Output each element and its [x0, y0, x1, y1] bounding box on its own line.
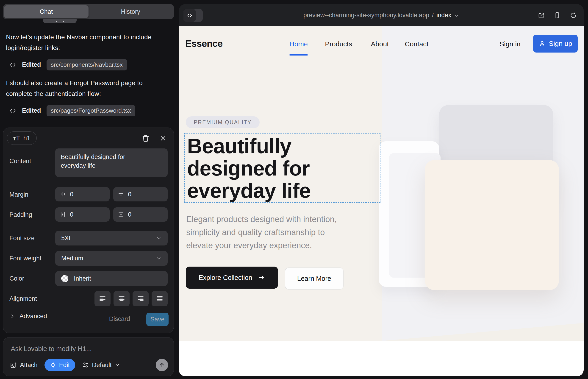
nav-link-home[interactable]: Home: [289, 40, 308, 48]
sign-in-link[interactable]: Sign in: [499, 40, 521, 48]
margin-vertical-icon: [118, 191, 124, 197]
sign-up-button[interactable]: Sign up: [533, 35, 578, 52]
align-left-button[interactable]: [94, 291, 110, 306]
composer-toolbar: Attach Edit Default: [10, 359, 168, 371]
preview-header: preview--charming-site-symphony.lovable.…: [179, 4, 584, 26]
content-textarea[interactable]: Beautifully designed for everyday life: [55, 148, 168, 177]
advanced-toggle[interactable]: Advanced: [9, 313, 47, 320]
arrow-up-icon: [159, 362, 165, 368]
margin-y-input[interactable]: 0: [113, 187, 168, 201]
decor-peach-card: [425, 160, 559, 290]
code-icon: [9, 61, 16, 69]
chat-history-tabs: Chat History: [3, 4, 174, 19]
chevron-down-icon: [115, 362, 120, 368]
nav-link-about[interactable]: About: [371, 40, 389, 48]
alignment-group: [94, 291, 168, 306]
padding-horizontal-icon: [60, 211, 66, 218]
font-weight-label: Font weight: [9, 255, 42, 262]
element-tag: h1: [23, 134, 31, 142]
align-right-button[interactable]: [133, 291, 149, 306]
lovable-app-window: Chat History Now let's update the Navbar…: [0, 0, 588, 379]
edit-mode-button[interactable]: Edit: [45, 359, 76, 371]
rendered-site: Essence Home Products About Contact Sign…: [179, 26, 584, 376]
edited-label: Edited: [22, 107, 41, 114]
close-editor-button[interactable]: [158, 134, 168, 143]
sliders-icon: [82, 362, 89, 368]
chat-message: I should also create a Forgot Password p…: [6, 78, 155, 99]
user-icon: [539, 40, 546, 47]
tab-history[interactable]: History: [89, 5, 173, 18]
nav-link-products[interactable]: Products: [325, 40, 352, 48]
delete-element-button[interactable]: [141, 134, 150, 143]
padding-x-input[interactable]: 0: [55, 207, 110, 222]
chat-composer[interactable]: Ask Lovable to modify H1... Attach Edit: [3, 337, 174, 376]
edited-file-row: Edited src/components/Navbar.tsx: [9, 59, 127, 70]
margin-horizontal-icon: [60, 191, 66, 197]
preview-actions: [538, 4, 577, 26]
nav-link-contact[interactable]: Contact: [405, 40, 428, 48]
text-type-icon: TT: [13, 134, 20, 142]
chevron-down-icon: [156, 235, 162, 241]
discard-button[interactable]: Discard: [109, 316, 130, 323]
font-weight-select[interactable]: Medium: [55, 251, 168, 266]
code-icon: [9, 107, 16, 114]
padding-vertical-icon: [118, 211, 124, 218]
h1-selection-outline[interactable]: [184, 133, 380, 203]
mobile-view-button[interactable]: [554, 12, 561, 19]
open-external-button[interactable]: [538, 12, 545, 19]
refresh-button[interactable]: [570, 12, 577, 19]
edited-file-row: Edited src/pages/ForgotPassword.tsx: [9, 105, 135, 116]
scrolled-chip-partial: [43, 19, 77, 23]
file-chip[interactable]: src/pages/ForgotPassword.tsx: [46, 105, 136, 116]
edited-label: Edited: [22, 61, 41, 68]
file-chip[interactable]: src/components/Navbar.tsx: [46, 59, 127, 70]
target-icon: [50, 362, 56, 368]
alignment-label: Alignment: [9, 295, 37, 302]
explore-collection-button[interactable]: Explore Collection: [186, 267, 278, 289]
margin-label: Margin: [9, 191, 29, 198]
align-justify-button[interactable]: [152, 291, 168, 306]
arrow-right-icon: [258, 274, 265, 281]
mode-selector[interactable]: Default: [82, 362, 120, 369]
hero-description: Elegant products designed with intention…: [186, 213, 354, 252]
attach-image-icon: [10, 362, 17, 368]
preview-url-bar[interactable]: preview--charming-site-symphony.lovable.…: [179, 4, 584, 26]
color-label: Color: [9, 275, 24, 282]
composer-placeholder: Ask Lovable to modify H1...: [11, 345, 92, 353]
preview-panel: preview--charming-site-symphony.lovable.…: [179, 4, 584, 376]
save-button[interactable]: Save: [146, 313, 169, 326]
tab-chat[interactable]: Chat: [4, 5, 89, 18]
chat-sidebar: Chat History Now let's update the Navbar…: [0, 0, 178, 379]
padding-y-input[interactable]: 0: [113, 207, 168, 222]
preview-page: index: [436, 12, 451, 19]
transparent-swatch: [61, 275, 68, 282]
element-editor-panel: TT h1 Content Beautifully designed for e…: [3, 127, 174, 333]
padding-label: Padding: [9, 211, 32, 218]
chevron-right-icon: [9, 313, 15, 319]
color-select[interactable]: Inherit: [55, 271, 168, 286]
send-button[interactable]: [156, 359, 168, 371]
attach-button[interactable]: Attach: [10, 362, 38, 369]
font-size-select[interactable]: 5XL: [55, 231, 168, 245]
premium-quality-badge: PREMIUM QUALITY: [186, 116, 260, 128]
content-label: Content: [9, 158, 31, 165]
font-size-label: Font size: [9, 235, 35, 242]
learn-more-button[interactable]: Learn More: [285, 268, 343, 289]
chat-message: Now let's update the Navbar component to…: [6, 32, 155, 53]
preview-url: preview--charming-site-symphony.lovable.…: [303, 12, 429, 19]
selected-element-chip[interactable]: TT h1: [7, 131, 37, 145]
align-center-button[interactable]: [113, 291, 130, 306]
margin-x-input[interactable]: 0: [55, 187, 110, 201]
chevron-down-icon: [454, 13, 459, 18]
active-nav-underline: [289, 54, 308, 56]
site-logo[interactable]: Essence: [185, 38, 223, 49]
chevron-down-icon: [156, 255, 162, 261]
